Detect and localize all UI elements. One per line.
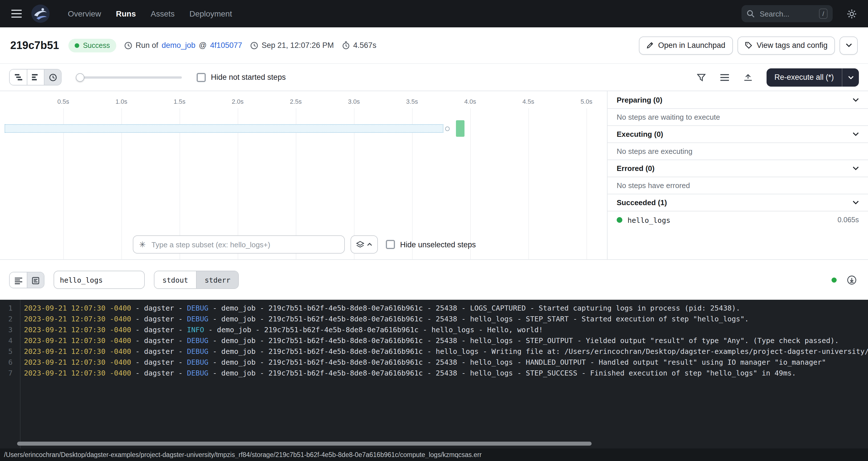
- nav-item-overview[interactable]: Overview: [62, 6, 107, 22]
- snapshot-link[interactable]: 4f105077: [210, 41, 242, 50]
- reexecute-menu-button[interactable]: [842, 68, 859, 86]
- status-dot-icon: [74, 43, 79, 48]
- log-file-path: /Users/erincochran/Desktop/dagster-examp…: [4, 451, 482, 458]
- global-search[interactable]: /: [742, 5, 833, 22]
- search-input[interactable]: [758, 9, 815, 19]
- job-link[interactable]: demo_job: [162, 41, 195, 50]
- timed-view-button[interactable]: [44, 69, 61, 85]
- gantt-step-bar-hello-logs[interactable]: [456, 120, 464, 137]
- log-timestamp: 2023-09-21 12:07:30 -0400: [24, 314, 131, 323]
- filter-button[interactable]: [694, 70, 709, 85]
- gantt-zoom-slider[interactable]: [76, 76, 182, 79]
- view-tags-config-button[interactable]: View tags and config: [737, 36, 835, 54]
- nav-item-deployment[interactable]: Deployment: [183, 6, 238, 22]
- log-separator: - dagster -: [131, 336, 187, 345]
- gutter-divider: [20, 300, 21, 449]
- log-level: DEBUG: [187, 358, 208, 366]
- gantt-view-toggle: [9, 69, 62, 86]
- run-header: 219c7b51 Success Run of demo_job @ 4f105…: [0, 27, 868, 64]
- log-line: 62023-09-21 12:07:30 -0400 - dagster - D…: [0, 357, 868, 368]
- settings-button[interactable]: [842, 4, 861, 23]
- step-subset-input[interactable]: [150, 240, 339, 249]
- gantt-chart[interactable]: ✳ Hide unselected steps 0.5s1.0s1.5s2.0s…: [0, 91, 608, 259]
- log-message: - demo_job - 219c7b51-b62f-4e5b-8de8-0e7…: [204, 326, 543, 334]
- horizontal-scrollbar[interactable]: [17, 442, 592, 445]
- step-name[interactable]: hello_logs: [627, 216, 671, 224]
- log-timestamp: 2023-09-21 12:07:30 -0400: [24, 326, 131, 334]
- log-level: DEBUG: [187, 304, 208, 312]
- log-viewer[interactable]: 12023-09-21 12:07:30 -0400 - dagster - D…: [0, 300, 868, 449]
- gantt-axis-label: 1.0s: [116, 98, 127, 105]
- line-number: 1: [0, 303, 12, 313]
- reexecute-all-button[interactable]: Re-execute all (*): [766, 68, 842, 86]
- gantt-step-marker[interactable]: [445, 126, 450, 131]
- chevron-down-icon: [852, 201, 859, 205]
- gantt-axis-label: 5.0s: [581, 98, 592, 105]
- panel-section-title: Executing (0): [617, 130, 663, 139]
- chevron-down-icon: [852, 132, 859, 136]
- gantt-toolbar-right: Re-execute all (*): [694, 68, 859, 86]
- dagster-logo-icon[interactable]: [31, 4, 50, 23]
- nav-links: OverviewRunsAssetsDeployment: [62, 6, 238, 22]
- expand-panel-icon: [744, 73, 752, 81]
- panel-section-header[interactable]: Preparing (0): [608, 91, 868, 109]
- hide-unselected-control[interactable]: Hide unselected steps: [386, 240, 476, 249]
- stderr-button[interactable]: stderr: [196, 271, 238, 288]
- view-tags-config-label: View tags and config: [756, 41, 828, 50]
- panel-section-title: Preparing (0): [617, 95, 662, 104]
- line-number: 2: [0, 313, 12, 324]
- gantt-gridline: [528, 108, 529, 259]
- log-line: 12023-09-21 12:07:30 -0400 - dagster - D…: [0, 303, 868, 313]
- history-icon: [124, 41, 132, 49]
- open-in-launchpad-button[interactable]: Open in Launchpad: [639, 36, 733, 54]
- panel-section-header[interactable]: Executing (0): [608, 125, 868, 143]
- log-rows-button[interactable]: [717, 70, 732, 85]
- run-actions-menu-button[interactable]: [839, 36, 858, 54]
- step-subset-field[interactable]: ✳: [133, 235, 345, 253]
- hide-not-started-control[interactable]: Hide not started steps: [197, 73, 286, 82]
- chevron-down-icon: [848, 75, 854, 79]
- log-separator: - dagster -: [131, 326, 187, 334]
- status-bar: /Users/erincochran/Desktop/dagster-examp…: [0, 449, 868, 461]
- log-line: 32023-09-21 12:07:30 -0400 - dagster - I…: [0, 324, 868, 335]
- gantt-axis-label: 3.5s: [406, 98, 418, 105]
- clock-view-icon: [49, 73, 57, 81]
- nav-item-runs[interactable]: Runs: [110, 6, 142, 22]
- structured-log-view-button[interactable]: [10, 272, 27, 288]
- waterfall-view-button[interactable]: [10, 69, 27, 85]
- log-message: - demo_job - 219c7b51-b62f-4e5b-8de8-0e7…: [208, 304, 740, 312]
- graph-query-presets-button[interactable]: [350, 235, 378, 253]
- hamburger-menu-button[interactable]: [7, 4, 26, 23]
- flat-view-button[interactable]: [27, 69, 44, 85]
- download-logs-button[interactable]: [844, 272, 859, 287]
- log-line: 22023-09-21 12:07:30 -0400 - dagster - D…: [0, 313, 868, 324]
- hide-unselected-checkbox[interactable]: [386, 240, 395, 249]
- slider-knob[interactable]: [76, 73, 84, 82]
- toggle-panel-button[interactable]: [741, 70, 755, 85]
- pencil-icon: [646, 41, 654, 49]
- log-view-toggle: [9, 272, 44, 288]
- op-selector-icon: ✳: [139, 241, 146, 248]
- run-status-badge: Success: [68, 38, 116, 52]
- raw-log-view-button[interactable]: [27, 272, 44, 288]
- log-level: DEBUG: [187, 336, 208, 345]
- chevron-up-icon: [367, 243, 372, 246]
- step-row[interactable]: hello_logs0.065s: [608, 211, 868, 228]
- panel-section-header[interactable]: Errored (0): [608, 159, 868, 177]
- gantt-run-span-bar[interactable]: [5, 124, 443, 133]
- panel-section-header[interactable]: Succeeded (1): [608, 194, 868, 211]
- waterfall-view-icon: [14, 73, 22, 81]
- layers-icon: [356, 241, 364, 248]
- step-status-panel: Preparing (0)No steps are waiting to exe…: [608, 91, 868, 259]
- log-message: - demo_job - 219c7b51-b62f-4e5b-8de8-0e7…: [208, 314, 749, 323]
- log-step-filter-input[interactable]: [54, 271, 145, 289]
- reexecute-split-button: Re-execute all (*): [766, 68, 859, 86]
- stdout-button[interactable]: stdout: [154, 271, 196, 288]
- log-toolbar-right: [832, 272, 859, 287]
- duration-meta: 4.567s: [342, 41, 376, 50]
- top-navbar: OverviewRunsAssetsDeployment /: [0, 0, 868, 27]
- nav-item-assets[interactable]: Assets: [145, 6, 181, 22]
- gantt-axis-label: 2.0s: [232, 98, 244, 105]
- reexecute-all-label: Re-execute all (*): [774, 73, 834, 82]
- hide-not-started-checkbox[interactable]: [197, 73, 206, 82]
